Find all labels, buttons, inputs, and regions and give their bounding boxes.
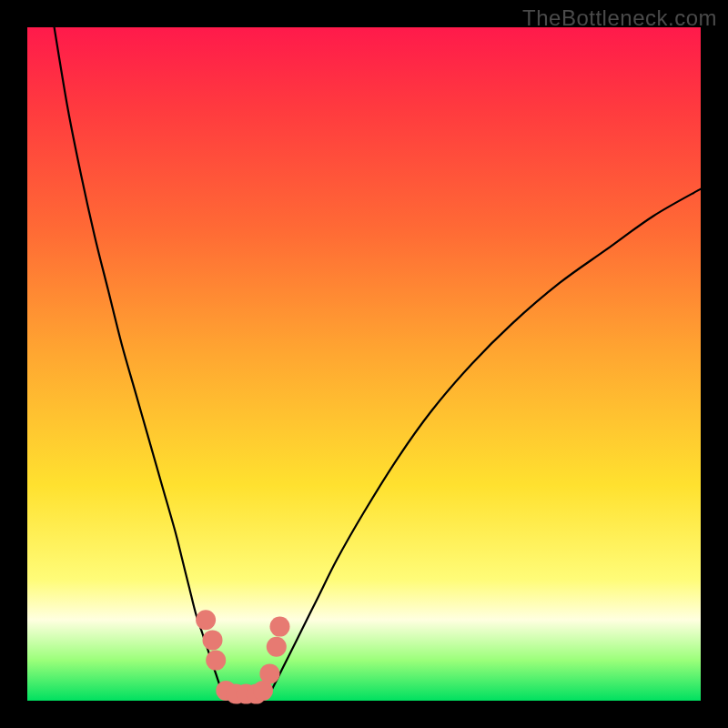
left-curve [55,27,223,694]
right-curve [269,189,701,694]
valley-marker [206,651,226,671]
valley-marker [270,617,290,637]
chart-frame: TheBottleneck.com [0,0,728,728]
valley-marker [196,610,216,630]
valley-marker [267,637,287,657]
valley-marker [203,630,223,650]
valley-marker [259,663,279,683]
plot-overlay [27,27,701,701]
valley-markers [196,610,289,703]
